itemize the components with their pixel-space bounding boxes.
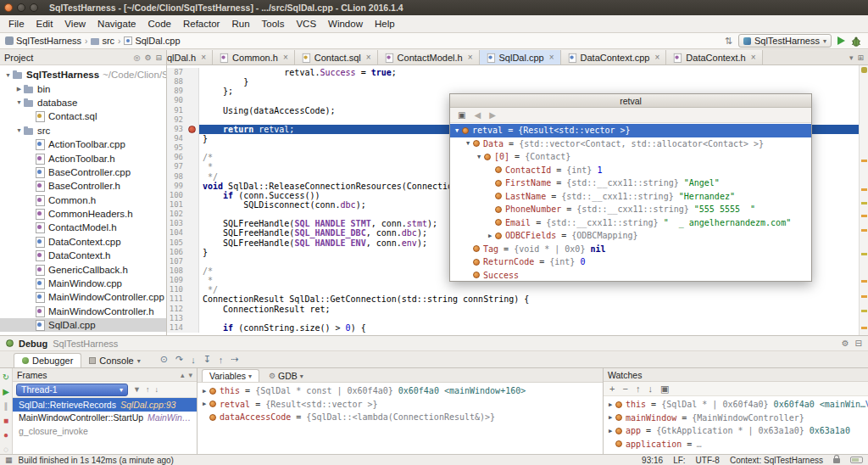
line-number[interactable]: 95 bbox=[167, 143, 186, 153]
settings-icon[interactable]: ⚙ bbox=[144, 53, 151, 62]
popup-tree-row[interactable]: ReturnCode = {int} 0 bbox=[450, 255, 811, 269]
popup-tree-row[interactable]: ▶ODBCFields = {ODBCMapping} bbox=[450, 229, 811, 243]
close-icon[interactable]: × bbox=[366, 53, 371, 62]
editor-tab-qldal-h[interactable]: qlDal.h× bbox=[167, 50, 213, 64]
rerun-icon[interactable]: ↻ bbox=[3, 373, 9, 382]
lock-icon[interactable] bbox=[833, 458, 840, 463]
tab-gdb[interactable]: ⚙ GDB ▾ bbox=[262, 370, 310, 382]
chevron-down-icon[interactable]: ▼ bbox=[3, 72, 13, 78]
breadcrumb-item-sqldal-cpp[interactable]: SqlDal.cpp bbox=[124, 36, 180, 46]
code-line[interactable]: 112 ConnectionResult ret; bbox=[167, 305, 859, 314]
menu-window[interactable]: Window bbox=[322, 17, 369, 31]
stop-icon[interactable]: ■ bbox=[3, 416, 8, 425]
window-maximize-button[interactable] bbox=[30, 3, 38, 12]
window-minimize-button[interactable] bbox=[17, 3, 25, 12]
close-icon[interactable]: × bbox=[283, 53, 288, 62]
editor-tab-common-h[interactable]: Common.h× bbox=[213, 50, 295, 64]
popup-tree-row[interactable]: Email = {std::__cxx11::string} " _ angel… bbox=[450, 216, 811, 230]
line-separator[interactable]: LF: bbox=[673, 456, 685, 465]
error-stripe[interactable] bbox=[859, 65, 868, 335]
stripe-mark[interactable] bbox=[861, 253, 867, 255]
project-tree-item[interactable]: ▶bin bbox=[0, 81, 166, 95]
line-number[interactable]: 89 bbox=[167, 87, 186, 96]
popup-title[interactable]: retval bbox=[450, 94, 811, 108]
chevron-down-icon[interactable]: ▼ bbox=[475, 154, 483, 160]
popup-tree-row[interactable]: ▼Data = {std::vector<Contact, std::alloc… bbox=[450, 137, 811, 151]
stripe-mark[interactable] bbox=[861, 327, 867, 329]
scroll-from-source-icon[interactable]: ◎ bbox=[134, 53, 141, 62]
resume-icon[interactable]: ▶ bbox=[3, 387, 9, 396]
popup-tree-row[interactable]: LastName = {std::__cxx11::string} "Herna… bbox=[450, 190, 811, 204]
editor-tab-datacontext-cpp[interactable]: DataContext.cpp× bbox=[561, 50, 667, 64]
memory-indicator[interactable] bbox=[850, 457, 863, 463]
line-number[interactable]: 104 bbox=[167, 228, 186, 238]
close-icon[interactable]: × bbox=[201, 53, 206, 62]
chevron-right-icon[interactable]: ▶ bbox=[606, 401, 615, 408]
chevron-down-icon[interactable]: ▼ bbox=[453, 127, 461, 134]
popup-tree-row[interactable]: Success bbox=[450, 269, 811, 282]
frame-row[interactable]: SqlDal::RetrieveRecordsSqlDal.cpp:93 bbox=[13, 398, 197, 412]
previous-frame-icon[interactable]: ↑ bbox=[146, 385, 150, 394]
project-tree-item[interactable]: BaseController.h bbox=[0, 179, 166, 193]
view-breakpoints-icon[interactable]: ● bbox=[3, 430, 8, 440]
line-number[interactable]: 88 bbox=[167, 77, 186, 87]
chevron-right-icon[interactable]: ▶ bbox=[14, 86, 24, 92]
run-config-select[interactable]: SqlTestHarness ▾ bbox=[738, 34, 832, 48]
force-step-into-icon[interactable]: ↧ bbox=[203, 354, 211, 365]
back-icon[interactable]: ◀ bbox=[474, 110, 481, 120]
split-editor-icon[interactable]: ⊞ bbox=[857, 53, 864, 62]
line-number[interactable]: 90 bbox=[167, 96, 186, 105]
hide-panel-icon[interactable]: ⊟ bbox=[155, 53, 162, 62]
debugger-value-popup[interactable]: retval ▣◀▶ ▼retval = {Result<std::vector… bbox=[449, 93, 812, 282]
line-number[interactable]: 97 bbox=[167, 162, 186, 171]
line-number[interactable]: 102 bbox=[167, 210, 186, 219]
add-watch-icon[interactable]: + bbox=[609, 384, 615, 394]
breadcrumb-item-sqltestharness[interactable]: SqlTestHarness bbox=[5, 36, 81, 46]
line-number[interactable]: 105 bbox=[167, 238, 186, 248]
code-line[interactable]: 110 */ bbox=[167, 285, 859, 294]
line-number[interactable]: 107 bbox=[167, 257, 186, 266]
menu-navigate[interactable]: Navigate bbox=[92, 17, 142, 31]
project-tree-item[interactable]: DataContext.cpp bbox=[0, 235, 166, 249]
copy-watch-icon[interactable]: ▣ bbox=[660, 384, 669, 395]
line-number[interactable]: 113 bbox=[167, 314, 186, 323]
project-tree-item[interactable]: GenericCallback.h bbox=[0, 262, 166, 276]
line-number[interactable]: 110 bbox=[167, 285, 186, 294]
chevron-right-icon[interactable]: ▶ bbox=[200, 388, 209, 395]
stripe-mark[interactable] bbox=[861, 229, 867, 232]
run-to-cursor-icon[interactable]: ⇢ bbox=[231, 354, 238, 365]
stripe-mark[interactable] bbox=[861, 310, 867, 312]
chevron-down-icon[interactable]: ▼ bbox=[14, 127, 24, 133]
menu-run[interactable]: Run bbox=[225, 17, 255, 31]
toolwindow-switcher-icon[interactable]: ▦ bbox=[5, 456, 13, 464]
line-number[interactable]: 92 bbox=[167, 115, 186, 125]
line-number[interactable]: 112 bbox=[167, 305, 186, 314]
line-number[interactable]: 93 bbox=[167, 125, 186, 134]
project-tree-item[interactable]: MainWindowController.cpp bbox=[0, 290, 166, 304]
filter-frames-icon[interactable]: ▼ bbox=[133, 385, 141, 394]
watch-row[interactable]: ▶this = {SqlDal * | 0x60f4a0} 0x60f4a0 <… bbox=[604, 398, 868, 412]
step-out-icon[interactable]: ↑ bbox=[219, 355, 224, 365]
menu-vcs[interactable]: VCS bbox=[290, 17, 322, 31]
menu-file[interactable]: File bbox=[3, 17, 31, 31]
hide-panel-icon[interactable]: ⊟ bbox=[855, 339, 862, 348]
stripe-mark[interactable] bbox=[861, 202, 867, 204]
synchronize-icon[interactable]: ⇅ bbox=[725, 36, 732, 47]
editor-tab-datacontext-h[interactable]: DataContext.h× bbox=[666, 50, 762, 64]
line-number[interactable]: 101 bbox=[167, 200, 186, 210]
close-icon[interactable]: × bbox=[654, 53, 659, 62]
thread-select[interactable]: Thread-1 ▾ bbox=[16, 384, 128, 396]
line-number[interactable]: 98 bbox=[167, 172, 186, 182]
stripe-mark[interactable] bbox=[861, 188, 867, 191]
file-encoding[interactable]: UTF-8 bbox=[696, 456, 720, 465]
caret-position[interactable]: 93:16 bbox=[642, 456, 663, 465]
project-tree-item[interactable]: ▼SqlTestHarness~/Code/Clion/S bbox=[0, 68, 166, 81]
project-tree-item[interactable]: CommonHeaders.h bbox=[0, 207, 166, 221]
code-line[interactable]: 114 if (connString.size() > 0) { bbox=[167, 323, 859, 333]
chevron-down-icon[interactable]: ▼ bbox=[14, 99, 24, 105]
next-frame-icon[interactable]: ↓ bbox=[154, 385, 159, 394]
menu-edit[interactable]: Edit bbox=[31, 17, 59, 31]
popup-tree-row[interactable]: PhoneNumber = {std::__cxx11::string} "55… bbox=[450, 203, 811, 216]
popup-tree-row[interactable]: Tag = {void * | 0x0} nil bbox=[450, 243, 811, 256]
line-number[interactable]: 108 bbox=[167, 266, 186, 276]
